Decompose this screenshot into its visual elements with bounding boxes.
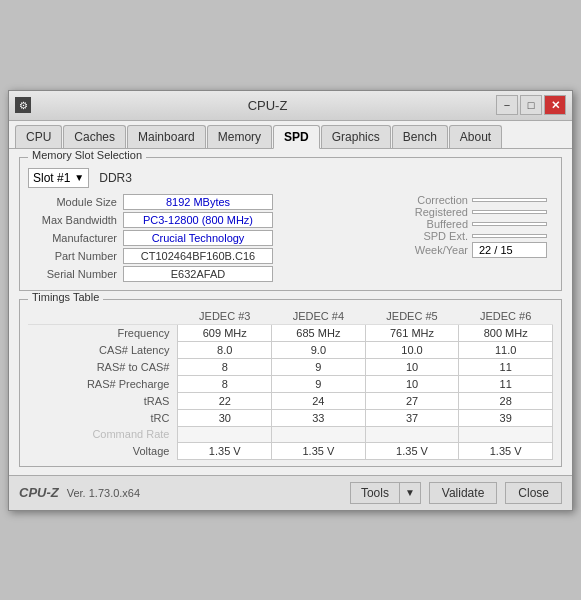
close-button[interactable]: Close <box>505 482 562 504</box>
timings-cell-7-1: 1.35 V <box>272 442 366 459</box>
timings-row-label: RAS# to CAS# <box>28 358 178 375</box>
timings-row-label: CAS# Latency <box>28 341 178 358</box>
footer: CPU-Z Ver. 1.73.0.x64 Tools ▼ Validate C… <box>9 475 572 510</box>
tab-mainboard[interactable]: Mainboard <box>127 125 206 148</box>
timings-row-label: Voltage <box>28 442 178 459</box>
timings-group-title: Timings Table <box>28 291 103 303</box>
max-bandwidth-value: PC3-12800 (800 MHz) <box>123 212 273 228</box>
tab-memory[interactable]: Memory <box>207 125 272 148</box>
tab-caches[interactable]: Caches <box>63 125 126 148</box>
timings-row-label: tRC <box>28 409 178 426</box>
timings-cell-5-2: 37 <box>365 409 459 426</box>
timings-group: Timings Table JEDEC #3 JEDEC #4 JEDEC #5… <box>19 299 562 467</box>
slot-row: Slot #1 ▼ DDR3 <box>28 168 553 188</box>
timings-cell-5-3: 39 <box>459 409 553 426</box>
spd-ext-label: SPD Ext. <box>403 230 468 242</box>
correction-row: Correction <box>403 194 553 206</box>
timings-col-empty <box>28 308 178 325</box>
timings-cell-2-1: 9 <box>272 358 366 375</box>
max-bandwidth-label: Max Bandwidth <box>28 214 123 226</box>
timings-cell-0-2: 761 MHz <box>365 324 459 341</box>
timings-cell-6-1 <box>272 426 366 442</box>
timings-cell-3-0: 8 <box>178 375 272 392</box>
timings-row: tRC30333739 <box>28 409 553 426</box>
timings-cell-5-0: 30 <box>178 409 272 426</box>
timings-cell-2-0: 8 <box>178 358 272 375</box>
timings-cell-4-3: 28 <box>459 392 553 409</box>
app-icon: ⚙ <box>15 97 31 113</box>
timings-cell-0-1: 685 MHz <box>272 324 366 341</box>
timings-col4-header: JEDEC #6 <box>459 308 553 325</box>
timings-cell-3-1: 9 <box>272 375 366 392</box>
timings-row-label: RAS# Precharge <box>28 375 178 392</box>
tab-about[interactable]: About <box>449 125 502 148</box>
timings-table: JEDEC #3 JEDEC #4 JEDEC #5 JEDEC #6 Freq… <box>28 308 553 460</box>
correction-label: Correction <box>403 194 468 206</box>
timings-cell-4-1: 24 <box>272 392 366 409</box>
timings-row: RAS# Precharge891011 <box>28 375 553 392</box>
tab-graphics[interactable]: Graphics <box>321 125 391 148</box>
max-bandwidth-row: Max Bandwidth PC3-12800 (800 MHz) <box>28 212 393 228</box>
timings-cell-3-3: 11 <box>459 375 553 392</box>
part-number-value: CT102464BF160B.C16 <box>123 248 273 264</box>
part-number-row: Part Number CT102464BF160B.C16 <box>28 248 393 264</box>
timings-cell-4-2: 27 <box>365 392 459 409</box>
timings-cell-6-0 <box>178 426 272 442</box>
module-size-row: Module Size 8192 MBytes <box>28 194 393 210</box>
tools-button[interactable]: Tools <box>350 482 399 504</box>
timings-cell-4-0: 22 <box>178 392 272 409</box>
week-year-row: Week/Year 22 / 15 <box>403 242 553 258</box>
module-size-label: Module Size <box>28 196 123 208</box>
minimize-button[interactable]: − <box>496 95 518 115</box>
timings-cell-7-3: 1.35 V <box>459 442 553 459</box>
week-year-value: 22 / 15 <box>472 242 547 258</box>
tools-group: Tools ▼ <box>350 482 421 504</box>
tab-cpu[interactable]: CPU <box>15 125 62 148</box>
timings-cell-0-3: 800 MHz <box>459 324 553 341</box>
module-size-value: 8192 MBytes <box>123 194 273 210</box>
timings-row: CAS# Latency8.09.010.011.0 <box>28 341 553 358</box>
timings-row-label: Frequency <box>28 324 178 341</box>
tab-bench[interactable]: Bench <box>392 125 448 148</box>
timings-cell-3-2: 10 <box>365 375 459 392</box>
window-title: CPU-Z <box>39 98 496 113</box>
memory-slot-group: Memory Slot Selection Slot #1 ▼ DDR3 Mod… <box>19 157 562 291</box>
serial-number-label: Serial Number <box>28 268 123 280</box>
slot-selector[interactable]: Slot #1 ▼ <box>28 168 89 188</box>
ddr-type-label: DDR3 <box>99 171 132 185</box>
timings-cell-1-2: 10.0 <box>365 341 459 358</box>
timings-row-label: Command Rate <box>28 426 178 442</box>
week-year-label: Week/Year <box>403 244 468 256</box>
footer-version: Ver. 1.73.0.x64 <box>67 487 342 499</box>
timings-cell-1-1: 9.0 <box>272 341 366 358</box>
close-window-button[interactable]: ✕ <box>544 95 566 115</box>
tabs-bar: CPU Caches Mainboard Memory SPD Graphics… <box>9 121 572 149</box>
title-bar: ⚙ CPU-Z − □ ✕ <box>9 91 572 121</box>
content-area: Memory Slot Selection Slot #1 ▼ DDR3 Mod… <box>9 149 572 475</box>
maximize-button[interactable]: □ <box>520 95 542 115</box>
buffered-row: Buffered <box>403 218 553 230</box>
registered-value <box>472 210 547 214</box>
buffered-label: Buffered <box>403 218 468 230</box>
slot-value: Slot #1 <box>33 171 70 185</box>
timings-row: Command Rate <box>28 426 553 442</box>
tools-dropdown-button[interactable]: ▼ <box>399 482 421 504</box>
registered-label: Registered <box>403 206 468 218</box>
spd-ext-row: SPD Ext. <box>403 230 553 242</box>
timings-col3-header: JEDEC #5 <box>365 308 459 325</box>
timings-cell-5-1: 33 <box>272 409 366 426</box>
buffered-value <box>472 222 547 226</box>
timings-cell-2-3: 11 <box>459 358 553 375</box>
main-window: ⚙ CPU-Z − □ ✕ CPU Caches Mainboard Memor… <box>8 90 573 511</box>
slot-dropdown-arrow: ▼ <box>74 172 84 183</box>
serial-number-row: Serial Number E632AFAD <box>28 266 393 282</box>
spd-ext-value <box>472 234 547 238</box>
validate-button[interactable]: Validate <box>429 482 497 504</box>
timings-row: tRAS22242728 <box>28 392 553 409</box>
serial-number-value: E632AFAD <box>123 266 273 282</box>
timings-cell-7-0: 1.35 V <box>178 442 272 459</box>
tab-spd[interactable]: SPD <box>273 125 320 149</box>
timings-row-label: tRAS <box>28 392 178 409</box>
spd-details: Module Size 8192 MBytes Max Bandwidth PC… <box>28 194 553 284</box>
timings-cell-1-0: 8.0 <box>178 341 272 358</box>
